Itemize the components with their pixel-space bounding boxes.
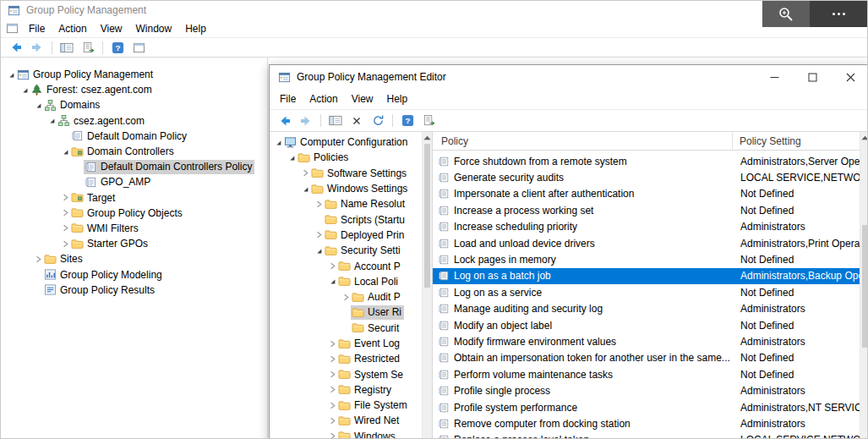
gpm-tree-item-wmi-filters[interactable]: WMI Filters xyxy=(1,221,267,236)
chevron-down-icon[interactable] xyxy=(33,102,43,109)
policy-row-modify-firmware-environment-values[interactable]: Modify firmware environment valuesAdmini… xyxy=(433,333,860,349)
gpme-tree-item-policies[interactable]: Policies xyxy=(270,150,432,165)
zoom-button[interactable] xyxy=(762,1,810,27)
scrollbar-thumb[interactable] xyxy=(862,225,868,348)
back-arrow-button[interactable] xyxy=(7,39,25,56)
policy-row-impersonate-a-client-after-authentication[interactable]: Impersonate a client after authenticatio… xyxy=(433,186,860,202)
chevron-down-icon[interactable] xyxy=(314,247,324,255)
gpm-tree-item-sites[interactable]: Sites xyxy=(1,251,267,266)
gpme-tree-item-deployed-prin[interactable]: Deployed Prin xyxy=(270,228,432,243)
main-menu-action[interactable]: Action xyxy=(52,21,93,36)
column-header-policy[interactable]: Policy xyxy=(433,132,733,150)
policy-row-profile-system-performance[interactable]: Profile system performanceAdministrators… xyxy=(433,399,860,415)
gpme-tree-item-scripts-startu[interactable]: Scripts (Startu xyxy=(270,211,432,227)
chevron-right-icon[interactable] xyxy=(60,209,70,217)
policy-row-obtain-an-impersonation-token-for-another-user-i[interactable]: Obtain an impersonation token for anothe… xyxy=(433,350,860,366)
main-menu-file[interactable]: File xyxy=(22,21,52,36)
gpm-tree-item-domain-controllers[interactable]: Domain Controllers xyxy=(1,144,267,159)
gpme-tree-item-security-setti[interactable]: Security Setti xyxy=(270,243,432,258)
console-window-icon[interactable] xyxy=(6,22,19,35)
gpm-tree-item-group-policy-management[interactable]: Group Policy Management xyxy=(1,67,267,82)
console-tree-button[interactable] xyxy=(326,112,345,129)
gpme-tree-item-local-poli[interactable]: Local Poli xyxy=(270,274,432,289)
back-arrow-button[interactable] xyxy=(276,112,294,129)
gpme-tree-item-windows[interactable]: Windows xyxy=(270,429,432,439)
close-button[interactable] xyxy=(832,65,868,89)
export-list-button[interactable] xyxy=(419,112,438,129)
chevron-right-icon[interactable] xyxy=(60,240,70,248)
scrollbar-thumb[interactable] xyxy=(424,144,430,288)
gpme-tree-item-registry[interactable]: Registry xyxy=(270,382,432,398)
chevron-down-icon[interactable] xyxy=(327,277,337,285)
gpme-tree-item-event-log[interactable]: Event Log xyxy=(270,336,432,351)
refresh-button[interactable] xyxy=(368,112,387,129)
chevron-right-icon[interactable] xyxy=(327,340,337,348)
gpme-tree-item-user-ri[interactable]: User Ri xyxy=(270,305,432,320)
gpm-tree-item-default-domain-controllers-policy[interactable]: Default Domain Controllers Policy xyxy=(1,159,267,174)
chevron-down-icon[interactable] xyxy=(300,185,310,193)
gpme-tree-item-restricted[interactable]: Restricted xyxy=(270,351,432,366)
help-button[interactable]: ? xyxy=(398,112,417,129)
chevron-right-icon[interactable] xyxy=(60,224,70,232)
gpme-tree-item-system-se[interactable]: System Se xyxy=(270,366,432,381)
chevron-right-icon[interactable] xyxy=(327,370,337,378)
chevron-down-icon[interactable] xyxy=(273,139,283,146)
gpm-tree-item-default-domain-policy[interactable]: Default Domain Policy xyxy=(1,129,267,144)
policy-row-increase-scheduling-priority[interactable]: Increase scheduling priorityAdministrato… xyxy=(433,219,860,235)
more-options-button[interactable] xyxy=(810,1,867,27)
policy-row-increase-a-process-working-set[interactable]: Increase a process working setNot Define… xyxy=(433,202,860,218)
export-list-button[interactable] xyxy=(79,39,97,56)
policy-row-load-and-unload-device-drivers[interactable]: Load and unload device driversAdministra… xyxy=(433,235,860,251)
forward-arrow-button[interactable] xyxy=(28,39,46,56)
gpm-tree-item-domains[interactable]: Domains xyxy=(1,97,267,112)
editor-menu-help[interactable]: Help xyxy=(380,91,415,107)
policy-row-manage-auditing-and-security-log[interactable]: Manage auditing and security logAdminist… xyxy=(433,301,860,317)
gpme-tree-item-windows-settings[interactable]: Windows Settings xyxy=(270,181,432,196)
gpme-tree-item-account-p[interactable]: Account P xyxy=(270,258,432,273)
gpm-tree-item-csez-agent-com[interactable]: csez.agent.com xyxy=(1,113,267,129)
policy-row-perform-volume-maintenance-tasks[interactable]: Perform volume maintenance tasksNot Defi… xyxy=(433,366,860,382)
editor-menu-file[interactable]: File xyxy=(273,91,303,107)
policy-row-profile-single-process[interactable]: Profile single processAdministrators xyxy=(433,382,860,398)
chevron-right-icon[interactable] xyxy=(327,402,337,409)
gpme-tree-item-software-settings[interactable]: Software Settings xyxy=(270,166,432,181)
policy-row-modify-an-object-label[interactable]: Modify an object labelNot Defined xyxy=(433,317,860,333)
gpme-tree-item-file-system[interactable]: File System xyxy=(270,398,432,413)
gpm-tree-item-group-policy-objects[interactable]: Group Policy Objects xyxy=(1,206,267,221)
chevron-right-icon[interactable] xyxy=(314,200,324,208)
chevron-down-icon[interactable] xyxy=(46,117,57,124)
main-menu-window[interactable]: Window xyxy=(129,21,179,36)
editor-menu-action[interactable]: Action xyxy=(303,91,344,107)
gpm-tree-item-gpo-amp[interactable]: GPO_AMP xyxy=(1,174,267,189)
chevron-right-icon[interactable] xyxy=(327,386,337,393)
gpm-tree-item-group-policy-results[interactable]: Group Policy Results xyxy=(1,283,267,298)
minimize-button[interactable] xyxy=(756,65,794,89)
gpm-tree-item-forest-csez-agent-com[interactable]: Forest: csez.agent.com xyxy=(1,82,267,97)
chevron-down-icon[interactable] xyxy=(19,86,30,94)
editor-menu-view[interactable]: View xyxy=(345,91,380,107)
chevron-right-icon[interactable] xyxy=(327,262,337,270)
gpme-tree-item-wired-net[interactable]: Wired Net xyxy=(270,413,432,428)
forward-arrow-button[interactable] xyxy=(297,112,315,129)
policy-row-log-on-as-a-service[interactable]: Log on as a serviceNot Defined xyxy=(433,284,860,300)
delete-button[interactable] xyxy=(347,112,366,129)
gpme-tree-item-name-resolut[interactable]: Name Resolut xyxy=(270,196,432,211)
gpm-tree-item-target[interactable]: Target xyxy=(1,190,267,206)
gpme-tree-item-audit-p[interactable]: Audit P xyxy=(270,289,432,305)
scroll-up-button[interactable] xyxy=(423,132,432,143)
chevron-right-icon[interactable] xyxy=(341,294,351,301)
policy-row-lock-pages-in-memory[interactable]: Lock pages in memoryNot Defined xyxy=(433,251,860,267)
policy-row-log-on-as-a-batch-job[interactable]: Log on as a batch jobAdministrators,Back… xyxy=(433,268,860,284)
list-scrollbar[interactable] xyxy=(860,132,868,439)
chevron-right-icon[interactable] xyxy=(300,169,310,177)
gpme-tree-item-computer-configuration[interactable]: Computer Configuration xyxy=(270,134,432,150)
help-button[interactable]: ? xyxy=(108,39,127,56)
chevron-right-icon[interactable] xyxy=(327,432,337,439)
gpm-tree-item-group-policy-modeling[interactable]: Group Policy Modeling xyxy=(1,266,267,282)
policy-row-replace-a-process-level-token[interactable]: Replace a process level tokenLOCAL SERVI… xyxy=(433,432,860,439)
chevron-right-icon[interactable] xyxy=(60,194,70,201)
tree-scrollbar[interactable] xyxy=(422,132,432,439)
gpme-tree-item-securit[interactable]: Securit xyxy=(270,321,432,336)
console-tree-button[interactable] xyxy=(57,39,76,56)
chevron-right-icon[interactable] xyxy=(327,417,337,425)
